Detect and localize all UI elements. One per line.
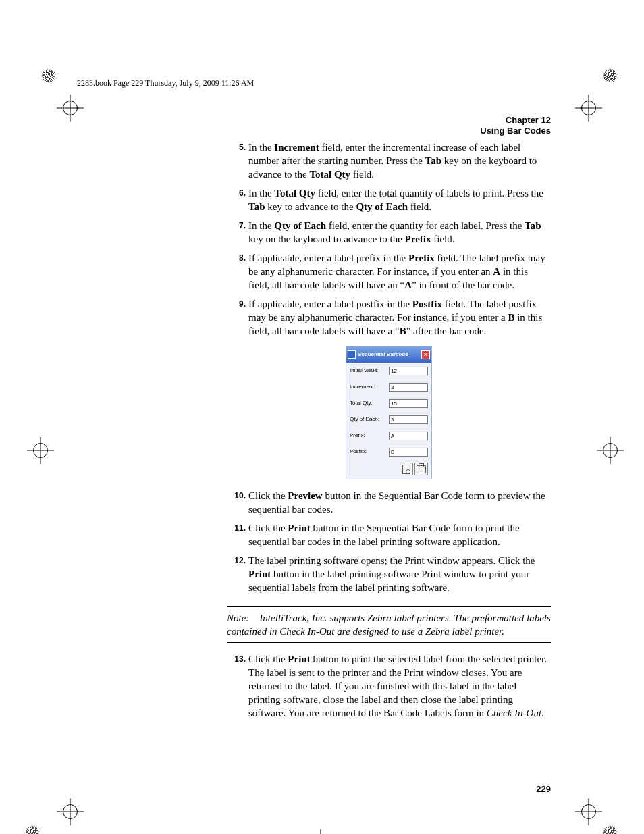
step-number: 8. [227,251,248,292]
print-mark-bl [26,826,39,834]
step-text: In the Qty of Each field, enter the quan… [248,219,551,246]
step-6: 6. In the Total Qty field, enter the tot… [227,186,551,213]
dialog-titlebar: Sequential Barcode × [346,346,431,363]
input-total-qty[interactable] [389,399,428,408]
registration-mark [27,437,54,464]
main-content: 5. In the Increment field, enter the inc… [227,140,551,725]
app-icon [348,350,356,359]
step-number: 11. [227,521,248,548]
label-increment: Increment: [350,380,375,394]
page-number: 229 [536,784,551,794]
step-number: 12. [227,554,248,594]
step-text: Click the Print button in the Sequential… [248,521,551,548]
step-text: If applicable, enter a label prefix in t… [248,251,551,292]
input-initial-value[interactable] [389,367,428,375]
rule [227,642,551,643]
step-text: Click the Preview button in the Sequenti… [248,489,551,516]
label-qty-of-each: Qty of Each: [350,413,379,426]
input-postfix[interactable] [389,448,428,457]
step-10: 10. Click the Preview button in the Sequ… [227,489,551,516]
step-text: In the Total Qty field, enter the total … [248,186,551,213]
input-increment[interactable] [389,383,428,392]
registration-mark [597,437,624,464]
dialog-title: Sequential Barcode [358,348,408,361]
print-mark-tl [42,69,55,82]
step-number: 5. [227,140,248,181]
step-number: 9. [227,297,248,338]
registration-mark [57,798,84,825]
step-number: 6. [227,186,248,213]
chapter-number: Chapter 12 [480,115,551,126]
step-13: 13. Click the Print button to print the … [227,652,551,720]
step-12: 12. The label printing software opens; t… [227,554,551,594]
page-header-line: 2283.book Page 229 Thursday, July 9, 200… [77,78,254,88]
registration-mark [57,95,84,122]
label-initial-value: Initial Value: [350,364,379,377]
step-text: The label printing software opens; the P… [248,554,551,594]
registration-mark [307,829,334,834]
print-button[interactable] [414,463,428,475]
step-5: 5. In the Increment field, enter the inc… [227,140,551,181]
rule [227,606,551,607]
registration-mark [575,798,602,825]
step-text: Click the Print button to print the sele… [248,652,551,720]
preview-icon [402,465,410,474]
step-text: If applicable, enter a label postfix in … [248,297,551,338]
input-qty-of-each[interactable] [389,415,428,424]
note-text: Note: IntelliTrack, Inc. supports Zebra … [227,611,551,638]
label-prefix: Prefix: [350,429,365,442]
preview-button[interactable] [400,463,413,475]
step-number: 10. [227,489,248,516]
registration-mark [575,95,602,122]
step-7: 7. In the Qty of Each field, enter the q… [227,219,551,246]
printer-icon [417,465,426,473]
step-11: 11. Click the Print button in the Sequen… [227,521,551,548]
label-total-qty: Total Qty: [350,396,373,410]
sequential-barcode-dialog: Sequential Barcode × Initial Value: Incr… [346,346,432,479]
step-text: In the Increment field, enter the increm… [248,140,551,181]
chapter-header: Chapter 12 Using Bar Codes [480,115,551,136]
step-number: 7. [227,219,248,246]
step-number: 13. [227,652,248,720]
close-icon[interactable]: × [421,350,430,359]
input-prefix[interactable] [389,432,428,440]
label-postfix: Postfix: [350,445,367,459]
chapter-title: Using Bar Codes [480,126,551,136]
step-9: 9. If applicable, enter a label postfix … [227,297,551,338]
print-mark-tr [603,69,617,82]
print-mark-br [603,826,617,834]
step-8: 8. If applicable, enter a label prefix i… [227,251,551,292]
